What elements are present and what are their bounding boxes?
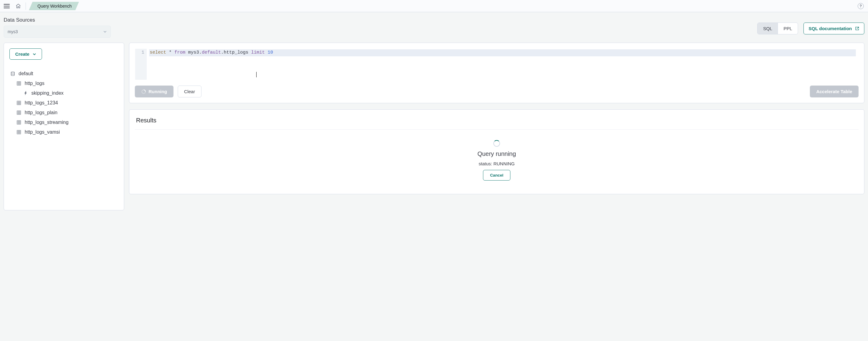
tree-index[interactable]: skipping_index [9, 88, 118, 98]
tree-table-label: http_logs_1234 [25, 100, 58, 106]
data-sources-label: Data Sources [4, 17, 864, 23]
cancel-button-label: Cancel [490, 173, 503, 178]
svg-rect-2 [17, 101, 21, 105]
cancel-button[interactable]: Cancel [483, 170, 510, 181]
svg-rect-4 [17, 121, 21, 124]
menu-toggle-button[interactable] [4, 2, 11, 10]
lang-sql-button[interactable]: SQL [757, 23, 778, 34]
code-editor[interactable]: 1 select * from mys3.default.http_logs l… [135, 49, 859, 80]
tree-table[interactable]: http_logs [9, 79, 118, 88]
tree-table-label: http_logs_vamsi [25, 129, 60, 135]
spinner-icon [141, 89, 146, 94]
database-icon [10, 71, 16, 76]
run-button[interactable]: Running [135, 86, 174, 97]
token-table: .http_logs [221, 50, 251, 55]
token-from: from [175, 50, 185, 55]
create-label: Create [15, 52, 30, 57]
tree-database[interactable]: default [9, 69, 118, 79]
loading-spinner-icon [493, 140, 500, 147]
divider [26, 2, 26, 10]
token-schema: default [202, 50, 221, 55]
breadcrumb-label: Query Workbench [37, 4, 72, 8]
run-button-label: Running [149, 89, 167, 94]
table-icon [16, 100, 22, 106]
accelerate-table-label: Accelerate Table [816, 89, 852, 94]
tree-table[interactable]: http_logs_streaming [9, 118, 118, 127]
svg-rect-1 [17, 82, 21, 85]
editor-actions: Running Clear Accelerate Table [135, 86, 859, 97]
token-number: 10 [268, 50, 273, 55]
editor-content[interactable]: select * from mys3.default.http_logs lim… [147, 49, 858, 80]
sidebar: Create default [4, 42, 124, 210]
external-link-icon [855, 27, 859, 31]
help-button[interactable]: ? [858, 3, 864, 9]
breadcrumb[interactable]: Query Workbench [29, 2, 79, 10]
svg-point-0 [11, 72, 14, 73]
chevron-down-icon [33, 52, 36, 56]
token-ds: mys3. [185, 50, 202, 55]
results-title: Results [135, 115, 859, 129]
home-button[interactable] [14, 2, 22, 10]
lang-ppl-button[interactable]: PPL [778, 23, 797, 34]
tree-index-label: skipping_index [31, 90, 64, 96]
svg-rect-3 [17, 111, 21, 115]
tree-table[interactable]: http_logs_plain [9, 108, 118, 118]
table-icon [16, 110, 22, 115]
token-star: * [166, 50, 175, 55]
table-icon [16, 129, 22, 135]
sql-documentation-button[interactable]: SQL documentation [804, 23, 864, 34]
svg-rect-5 [17, 130, 21, 134]
table-icon [16, 81, 22, 86]
tree-table[interactable]: http_logs_1234 [9, 98, 118, 108]
tree-table-label: http_logs_streaming [25, 120, 68, 125]
language-toggle: SQL PPL [757, 23, 798, 34]
query-running-title: Query running [477, 150, 516, 157]
tree-database-label: default [19, 71, 33, 76]
header-row: Data Sources mys3 SQL PPL SQL documentat… [4, 17, 864, 38]
bolt-icon [23, 90, 28, 96]
tree-table-label: http_logs_plain [25, 110, 58, 115]
editor-gutter: 1 [135, 49, 147, 80]
tree-table[interactable]: http_logs_vamsi [9, 127, 118, 137]
create-button[interactable]: Create [9, 49, 42, 60]
token-select: select [150, 50, 166, 55]
token-space [265, 50, 268, 55]
token-limit: limit [251, 50, 265, 55]
results-panel: Results Query running status: RUNNING Ca… [129, 109, 864, 194]
clear-button-label: Clear [184, 89, 195, 94]
data-source-select[interactable]: mys3 [4, 26, 111, 38]
topbar: Query Workbench ? [0, 0, 868, 12]
table-icon [16, 120, 22, 125]
sql-documentation-label: SQL documentation [809, 26, 852, 31]
line-number: 1 [135, 50, 144, 55]
chevron-down-icon [103, 30, 107, 33]
query-status: status: RUNNING [479, 161, 515, 166]
query-editor-panel: 1 select * from mys3.default.http_logs l… [129, 42, 864, 103]
data-source-value: mys3 [8, 29, 18, 34]
accelerate-table-button[interactable]: Accelerate Table [810, 86, 859, 97]
clear-button[interactable]: Clear [178, 86, 202, 97]
schema-tree: default http_logs skipping_index [9, 69, 118, 137]
tree-table-label: http_logs [25, 81, 44, 86]
